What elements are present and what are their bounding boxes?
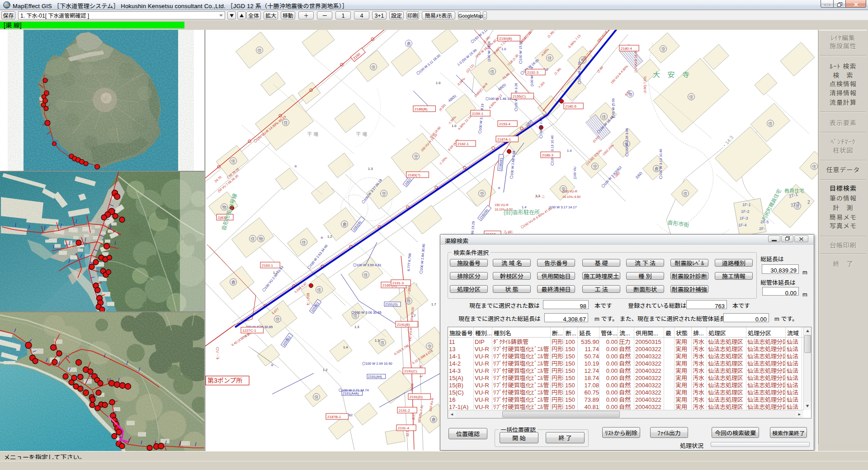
svg-text:住: 住 — [768, 121, 772, 127]
svg-text:住: 住 — [283, 120, 288, 126]
svg-text:倉: 倉 — [231, 279, 236, 285]
svg-text:住: 住 — [406, 298, 410, 304]
svg-text:干場: 干場 — [307, 130, 320, 137]
svg-text:2155(C): 2155(C) — [513, 94, 526, 99]
svg-text:住: 住 — [257, 47, 261, 53]
svg-text:住: 住 — [316, 287, 321, 293]
svg-text:1.3: 1.3 — [375, 338, 379, 343]
svg-text:1.7: 1.7 — [431, 301, 436, 306]
svg-text:住: 住 — [353, 313, 357, 319]
svg-text:2191(A4): 2191(A4) — [368, 374, 382, 379]
svg-text:住: 住 — [250, 236, 255, 242]
svg-text:住: 住 — [624, 141, 628, 147]
svg-text:1.4: 1.4 — [567, 148, 571, 153]
svg-text:1F-2: 1F-2 — [741, 208, 750, 214]
svg-text:倉: 倉 — [406, 41, 411, 47]
svg-text:空: 空 — [382, 191, 386, 197]
svg-text:〇100 W 2.99 10.90: 〇100 W 2.99 10.90 — [362, 361, 392, 366]
svg-text:1.2: 1.2 — [323, 367, 327, 372]
svg-text:(4.60) 7.201: (4.60) 7.201 — [642, 76, 647, 93]
svg-text:物: 物 — [259, 236, 263, 242]
svg-text:1F-3: 1F-3 — [740, 215, 748, 221]
svg-text:2180-4: 2180-4 — [621, 46, 632, 51]
svg-text:〇100 W 2.71 34.74: 〇100 W 2.71 34.74 — [339, 387, 369, 392]
svg-text:倉: 倉 — [654, 166, 659, 172]
svg-text:2162-1: 2162-1 — [458, 141, 469, 146]
svg-text:七・八〇: 七・八〇 — [215, 347, 220, 360]
svg-text:空: 空 — [661, 46, 665, 52]
svg-text:〇100 W 2.63: 〇100 W 2.63 — [538, 118, 543, 138]
svg-text:2153-4: 2153-4 — [499, 121, 510, 126]
svg-text:(100 W 3.17 14.17: (100 W 3.17 14.17 — [549, 204, 577, 209]
svg-text:2183(?): 2183(?) — [408, 172, 420, 177]
svg-text:物: 物 — [628, 91, 632, 97]
svg-text:〇100 W 15.99: 〇100 W 15.99 — [518, 41, 523, 64]
svg-text:2187A-1: 2187A-1 — [497, 136, 511, 141]
svg-text:住: 住 — [689, 94, 693, 100]
svg-text:空: 空 — [480, 191, 484, 197]
svg-text:(100 VU: (100 VU — [572, 166, 577, 179]
svg-text:住: 住 — [683, 191, 687, 197]
svg-text:2191-4: 2191-4 — [398, 425, 409, 430]
svg-text:住: 住 — [363, 272, 368, 278]
svg-text:2152-3: 2152-3 — [527, 70, 538, 75]
svg-text:住: 住 — [275, 316, 279, 322]
svg-text:2191(D): 2191(D) — [410, 394, 423, 399]
svg-text:干場: 干場 — [356, 130, 368, 137]
svg-text:住: 住 — [314, 394, 318, 400]
svg-text:住: 住 — [371, 64, 375, 70]
svg-text:150 VU-R 16.00: 150 VU-R 16.00 — [633, 50, 638, 73]
svg-text:1F-1: 1F-1 — [742, 202, 751, 207]
svg-text:空: 空 — [593, 164, 597, 169]
svg-text:〇100 W 3.13 10.40: 〇100 W 3.13 10.40 — [658, 149, 663, 179]
svg-text:住: 住 — [380, 340, 384, 346]
svg-text:倉: 倉 — [431, 417, 436, 423]
svg-text:2163-1: 2163-1 — [262, 263, 273, 268]
svg-text:住: 住 — [547, 55, 552, 61]
svg-text:七・六四: 七・六四 — [306, 293, 310, 306]
svg-text:2150(B): 2150(B) — [499, 36, 512, 41]
svg-text:2159-1: 2159-1 — [472, 111, 483, 116]
svg-text:住: 住 — [811, 164, 816, 169]
svg-text:2186-3: 2186-3 — [542, 152, 553, 157]
svg-text:1F-4: 1F-4 — [738, 222, 747, 228]
svg-text:1227C-1: 1227C-1 — [242, 328, 256, 333]
svg-text:大 安 寺: 大 安 寺 — [653, 69, 692, 80]
svg-text:1.3: 1.3 — [354, 324, 359, 329]
svg-text:空: 空 — [427, 343, 431, 349]
svg-text:1.0: 1.0 — [436, 80, 440, 85]
svg-text:住: 住 — [231, 158, 235, 164]
svg-text:2191-2: 2191-2 — [399, 408, 410, 413]
svg-text:2F-: 2F- — [759, 226, 765, 231]
svg-text:2191(C): 2191(C) — [404, 368, 417, 373]
svg-text:2191-3: 2191-3 — [392, 280, 404, 285]
svg-text:〇100 W 3.13 10.40: 〇100 W 3.13 10.40 — [549, 135, 554, 165]
svg-text:2191(B): 2191(B) — [397, 322, 410, 327]
svg-text:2186(B): 2186(B) — [415, 106, 428, 111]
svg-text:150 VU-R: 150 VU-R — [495, 202, 509, 207]
svg-text:〇100 W 3.59 4.61: 〇100 W 3.59 4.61 — [353, 262, 382, 267]
svg-text:第3ポンプ所: 第3ポンプ所 — [208, 376, 242, 385]
svg-text:1.0: 1.0 — [452, 123, 456, 128]
svg-text:2180-5: 2180-5 — [565, 103, 576, 108]
svg-text:1.4: 1.4 — [343, 344, 348, 349]
svg-text:空: 空 — [561, 186, 565, 192]
svg-text:住: 住 — [601, 114, 606, 120]
svg-text:1.2: 1.2 — [327, 234, 332, 239]
svg-text:住: 住 — [490, 69, 494, 75]
svg-text:2F-5: 2F-5 — [760, 219, 769, 225]
svg-text:9.516: 9.516 — [409, 383, 414, 391]
svg-text:住: 住 — [301, 240, 306, 245]
svg-text:空: 空 — [414, 154, 418, 160]
svg-text:倉: 倉 — [342, 221, 347, 227]
svg-text:八・二: 八・二 — [535, 194, 545, 199]
svg-text:2187B-1: 2187B-1 — [327, 414, 341, 419]
svg-text:16.10‰ 6.50: 16.10‰ 6.50 — [562, 194, 580, 199]
svg-text:1.2: 1.2 — [273, 270, 278, 275]
svg-text:2: 2 — [807, 198, 810, 205]
svg-text:空: 空 — [580, 57, 585, 63]
svg-text:1.3: 1.3 — [368, 166, 373, 171]
svg-text:(旧)沓形駐在所: (旧)沓形駐在所 — [504, 208, 540, 216]
svg-text:〇100 W 15.99: 〇100 W 15.99 — [576, 61, 581, 84]
svg-text:2191(G): 2191(G) — [385, 301, 398, 306]
